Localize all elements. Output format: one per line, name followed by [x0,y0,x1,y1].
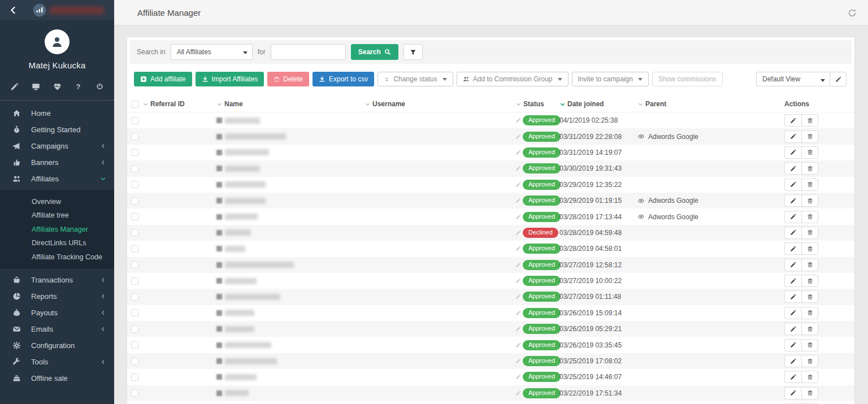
row-checkbox[interactable] [131,229,138,236]
row-checkbox[interactable] [131,213,138,220]
submenu-item-affiliates-manager[interactable]: Affiliates Manager [0,223,114,236]
row-checkbox[interactable] [131,197,138,205]
delete-row-button[interactable] [801,242,818,255]
inline-edit-pencil-icon[interactable] [515,182,521,188]
edit-row-button[interactable] [784,114,801,127]
edit-row-button[interactable] [784,371,801,383]
edit-view-button[interactable] [830,72,847,86]
row-checkbox[interactable] [131,133,138,140]
table-row[interactable]: Approved 03/25/2019 17:08:02 [127,353,854,369]
delete-row-button[interactable] [801,355,818,367]
change-status-button[interactable]: Change status [377,72,453,86]
avatar[interactable] [45,29,70,54]
edit-row-button[interactable] [784,211,801,223]
row-checkbox[interactable] [131,389,138,397]
power-icon[interactable] [96,82,104,91]
edit-row-button[interactable] [784,131,801,143]
edit-row-button[interactable] [784,259,801,271]
search-button[interactable]: Search [351,44,398,60]
edit-row-button[interactable] [784,339,801,351]
add-affiliate-button[interactable]: Add affiliate [134,72,192,86]
delete-row-button[interactable] [801,275,818,287]
search-input[interactable] [271,44,346,60]
edit-row-button[interactable] [784,162,801,175]
filter-button[interactable] [403,44,423,60]
table-row[interactable]: Approved 03/31/2019 22:28:08 Adwords Goo… [127,128,854,144]
inline-edit-pencil-icon[interactable] [515,326,521,332]
delete-row-button[interactable] [801,323,818,335]
table-row[interactable]: Approved 03/25/2019 14:46:07 [127,369,854,385]
edit-row-button[interactable] [784,146,801,159]
table-row[interactable]: Approved 03/28/2019 04:58:01 [127,241,854,257]
sidebar-item-banners[interactable]: Banners [0,154,114,171]
sidebar-item-tools[interactable]: Tools [0,354,114,370]
delete-button[interactable]: Delete [267,72,309,86]
inline-edit-pencil-icon[interactable] [515,262,521,268]
column-header-parent[interactable]: Parent [637,100,784,108]
inline-edit-pencil-icon[interactable] [515,342,521,348]
inline-edit-pencil-icon[interactable] [515,150,521,155]
sidebar-item-campaigns[interactable]: Campaigns [0,138,114,154]
table-row[interactable]: Approved 03/29/2019 12:35:22 [127,177,854,193]
column-header-referral-id[interactable]: Referral ID [142,100,216,108]
submenu-item-overview[interactable]: Overview [0,195,114,208]
inline-edit-pencil-icon[interactable] [515,230,521,236]
sidebar-item-payouts[interactable]: Payouts [0,305,114,321]
inline-edit-pencil-icon[interactable] [515,374,521,380]
delete-row-button[interactable] [801,211,818,223]
row-checkbox[interactable] [131,277,138,285]
table-row[interactable]: Approved 03/27/2019 01:11:48 [127,289,854,305]
row-checkbox[interactable] [131,149,138,156]
sidebar-item-getting-started[interactable]: Getting Started [0,121,114,138]
row-checkbox[interactable] [131,261,138,268]
column-header-username[interactable]: Username [364,100,515,108]
sidebar-item-offline-sale[interactable]: Offline sale [0,370,114,386]
submenu-item-affiliate-tree[interactable]: Affiliate tree [0,208,114,222]
inline-edit-pencil-icon[interactable] [515,390,521,396]
inline-edit-pencil-icon[interactable] [515,134,521,140]
table-row[interactable]: Approved 03/22/2019 16:50:21 [127,401,854,404]
edit-row-button[interactable] [784,242,801,255]
sidebar-item-affiliates[interactable]: Affiliates [0,171,114,187]
heart-icon[interactable] [53,82,62,91]
delete-row-button[interactable] [801,179,818,191]
import-affiliates-button[interactable]: Import Affiliates [196,72,264,86]
sidebar-item-reports[interactable]: Reports [0,288,114,305]
table-row[interactable]: Approved 03/28/2019 17:13:44 Adwords Goo… [127,208,854,224]
delete-row-button[interactable] [801,387,818,399]
monitor-icon[interactable] [32,82,40,91]
pencil-icon[interactable] [10,82,19,91]
inline-edit-pencil-icon[interactable] [515,246,521,251]
delete-row-button[interactable] [801,146,818,159]
sidebar-item-home[interactable]: Home [0,105,114,121]
row-checkbox[interactable] [131,309,138,316]
edit-row-button[interactable] [784,307,801,319]
select-all-checkbox[interactable] [131,101,138,108]
delete-row-button[interactable] [801,162,818,175]
refresh-button[interactable] [848,8,857,18]
delete-row-button[interactable] [801,114,818,127]
table-row[interactable]: Approved 03/22/2019 17:51:34 [127,385,854,401]
show-commissions-button[interactable]: Show commissions [652,72,723,86]
table-row[interactable]: Approved 03/29/2019 01:19:15 Adwords Goo… [127,193,854,208]
edit-row-button[interactable] [784,387,801,399]
sidebar-item-configuration[interactable]: Configuration [0,337,114,354]
row-checkbox[interactable] [131,117,138,124]
edit-row-button[interactable] [784,275,801,287]
sidebar-item-emails[interactable]: Emails [0,321,114,337]
inline-edit-pencil-icon[interactable] [515,278,521,284]
column-header-name[interactable]: Name [216,100,364,108]
column-header-status[interactable]: Status [515,100,559,108]
row-checkbox[interactable] [131,181,138,188]
inline-edit-pencil-icon[interactable] [515,310,521,316]
table-row[interactable]: Approved 03/26/2019 15:09:14 [127,305,854,321]
question-icon[interactable]: ? [74,82,83,91]
edit-row-button[interactable] [784,290,801,303]
inline-edit-pencil-icon[interactable] [515,358,521,364]
delete-row-button[interactable] [801,131,818,143]
table-row[interactable]: Approved 03/26/2019 05:29:21 [127,321,854,337]
delete-row-button[interactable] [801,194,818,207]
inline-edit-pencil-icon[interactable] [515,118,521,123]
add-to-commission-group-button[interactable]: Add to Commission Group [457,72,568,86]
delete-row-button[interactable] [801,339,818,351]
